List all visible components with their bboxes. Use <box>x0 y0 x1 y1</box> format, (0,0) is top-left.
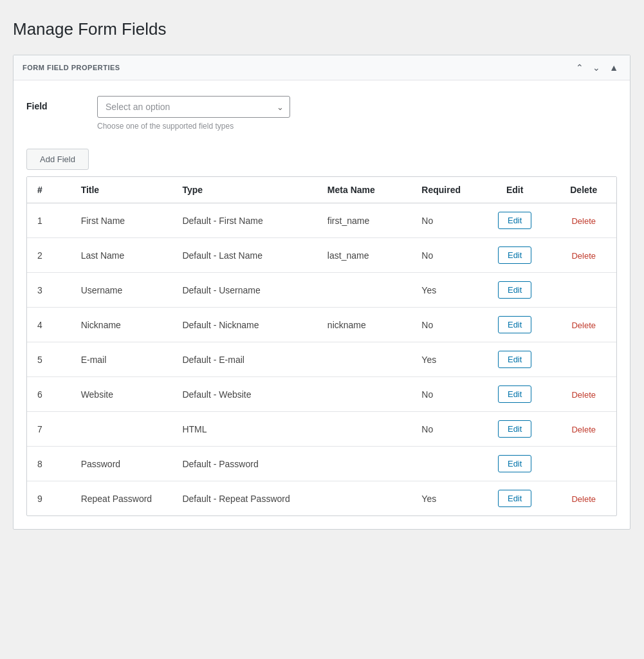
cell-delete: Delete <box>551 481 616 516</box>
delete-button[interactable]: Delete <box>571 320 596 330</box>
cell-meta <box>317 412 412 447</box>
cell-required: Yes <box>411 481 478 516</box>
cell-title: Website <box>71 377 172 412</box>
cell-num: 4 <box>27 308 71 342</box>
cell-meta: nickname <box>317 308 412 342</box>
move-up-icon[interactable]: ▲ <box>607 62 621 73</box>
edit-button[interactable]: Edit <box>498 246 531 264</box>
cell-num: 6 <box>27 377 71 412</box>
edit-button[interactable]: Edit <box>498 490 531 507</box>
panel-header: FORM FIELD PROPERTIES ⌃ ⌄ ▲ <box>14 55 630 80</box>
cell-required: No <box>411 377 478 412</box>
collapse-down-icon[interactable]: ⌄ <box>590 62 603 73</box>
panel-header-title: FORM FIELD PROPERTIES <box>23 64 120 71</box>
cell-required: No <box>411 412 478 447</box>
cell-type: Default - First Name <box>172 203 317 238</box>
table-row: 5 E-mail Default - E-mail Yes Edit <box>27 342 616 377</box>
cell-title <box>71 412 172 447</box>
cell-delete: Delete <box>551 377 616 412</box>
cell-title: Repeat Password <box>71 481 172 516</box>
cell-required: Yes <box>411 273 478 308</box>
cell-num: 8 <box>27 447 71 481</box>
form-fields-table: # Title Type Meta Name Required Edit Del… <box>27 177 616 515</box>
cell-num: 9 <box>27 481 71 516</box>
table-body: 1 First Name Default - First Name first_… <box>27 203 616 516</box>
table-row: 3 Username Default - Username Yes Edit <box>27 273 616 308</box>
cell-meta: first_name <box>317 203 412 238</box>
col-header-required: Required <box>411 177 478 203</box>
cell-edit: Edit <box>479 481 551 516</box>
table-row: 7 HTML No Edit Delete <box>27 412 616 447</box>
cell-type: Default - Password <box>172 447 317 481</box>
cell-delete <box>551 342 616 377</box>
table-row: 4 Nickname Default - Nickname nickname N… <box>27 308 616 342</box>
cell-edit: Edit <box>479 238 551 273</box>
cell-delete: Delete <box>551 412 616 447</box>
col-header-hash: # <box>27 177 71 203</box>
form-field-properties-panel: FORM FIELD PROPERTIES ⌃ ⌄ ▲ Field Select… <box>13 55 630 530</box>
cell-meta <box>317 342 412 377</box>
cell-type: Default - Last Name <box>172 238 317 273</box>
edit-button[interactable]: Edit <box>498 455 531 472</box>
cell-edit: Edit <box>479 342 551 377</box>
field-type-select-wrapper: Select an option ⌄ <box>97 96 290 118</box>
cell-title: Password <box>71 447 172 481</box>
delete-button[interactable]: Delete <box>571 425 596 434</box>
cell-type: HTML <box>172 412 317 447</box>
cell-edit: Edit <box>479 273 551 308</box>
col-header-title: Title <box>71 177 172 203</box>
cell-title: E-mail <box>71 342 172 377</box>
edit-button[interactable]: Edit <box>498 316 531 333</box>
cell-title: Nickname <box>71 308 172 342</box>
cell-type: Default - Website <box>172 377 317 412</box>
cell-type: Default - E-mail <box>172 342 317 377</box>
cell-required <box>411 447 478 481</box>
cell-edit: Edit <box>479 412 551 447</box>
field-hint: Choose one of the supported field types <box>97 122 290 131</box>
collapse-up-icon[interactable]: ⌃ <box>573 62 586 73</box>
table-row: 2 Last Name Default - Last Name last_nam… <box>27 238 616 273</box>
field-type-select[interactable]: Select an option <box>97 96 290 118</box>
field-label: Field <box>26 96 84 111</box>
cell-title: Last Name <box>71 238 172 273</box>
cell-meta <box>317 273 412 308</box>
cell-type: Default - Nickname <box>172 308 317 342</box>
table-header-row: # Title Type Meta Name Required Edit Del… <box>27 177 616 203</box>
edit-button[interactable]: Edit <box>498 212 531 229</box>
cell-num: 1 <box>27 203 71 238</box>
edit-button[interactable]: Edit <box>498 385 531 403</box>
edit-button[interactable]: Edit <box>498 420 531 438</box>
cell-edit: Edit <box>479 447 551 481</box>
cell-required: No <box>411 308 478 342</box>
col-header-type: Type <box>172 177 317 203</box>
cell-num: 7 <box>27 412 71 447</box>
cell-edit: Edit <box>479 377 551 412</box>
panel-header-controls: ⌃ ⌄ ▲ <box>573 62 621 73</box>
delete-button[interactable]: Delete <box>571 216 596 226</box>
edit-button[interactable]: Edit <box>498 351 531 368</box>
cell-required: No <box>411 203 478 238</box>
panel-body: Field Select an option ⌄ Choose one of t… <box>14 80 630 529</box>
col-header-meta: Meta Name <box>317 177 412 203</box>
add-field-button[interactable]: Add Field <box>26 149 89 170</box>
cell-edit: Edit <box>479 203 551 238</box>
table-row: 6 Website Default - Website No Edit Dele… <box>27 377 616 412</box>
edit-button[interactable]: Edit <box>498 281 531 299</box>
table-row: 9 Repeat Password Default - Repeat Passw… <box>27 481 616 516</box>
cell-meta: last_name <box>317 238 412 273</box>
delete-button[interactable]: Delete <box>571 390 596 400</box>
cell-title: Username <box>71 273 172 308</box>
cell-delete <box>551 447 616 481</box>
cell-meta <box>317 481 412 516</box>
delete-button[interactable]: Delete <box>571 494 596 504</box>
delete-button[interactable]: Delete <box>571 251 596 261</box>
cell-num: 3 <box>27 273 71 308</box>
page-title: Manage Form Fields <box>13 19 631 39</box>
field-control: Select an option ⌄ Choose one of the sup… <box>97 96 290 131</box>
cell-meta <box>317 447 412 481</box>
col-header-edit: Edit <box>479 177 551 203</box>
cell-required: No <box>411 238 478 273</box>
cell-delete <box>551 273 616 308</box>
cell-num: 2 <box>27 238 71 273</box>
cell-required: Yes <box>411 342 478 377</box>
